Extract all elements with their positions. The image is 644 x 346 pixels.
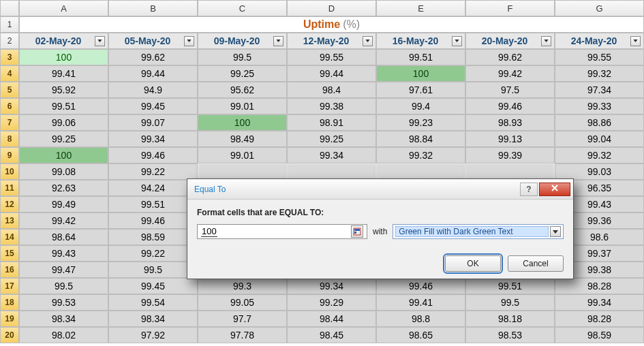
data-cell[interactable]: 98.59 — [555, 327, 644, 343]
filter-button[interactable] — [630, 36, 641, 46]
data-cell[interactable]: 99.46 — [108, 147, 198, 163]
data-cell[interactable]: 97.78 — [198, 327, 287, 343]
filter-button[interactable] — [452, 36, 462, 46]
data-cell[interactable]: 98.53 — [465, 327, 555, 343]
format-select[interactable]: Green Fill with Dark Green Text — [393, 224, 564, 239]
data-cell[interactable]: 99.41 — [19, 65, 108, 82]
data-cell[interactable]: 99.38 — [287, 98, 376, 114]
data-cell[interactable]: 100 — [376, 65, 465, 82]
data-cell[interactable]: 98.28 — [555, 278, 644, 294]
data-cell[interactable]: 97.92 — [108, 327, 198, 343]
data-cell[interactable]: 99.32 — [555, 147, 644, 163]
data-cell[interactable]: 99.22 — [108, 245, 198, 262]
data-cell[interactable]: 95.62 — [198, 82, 287, 98]
range-picker-button[interactable] — [351, 225, 363, 238]
row-header[interactable]: 2 — [0, 33, 19, 49]
row-header[interactable]: 12 — [0, 196, 19, 213]
data-cell[interactable]: 99.01 — [198, 98, 287, 114]
column-header[interactable]: E — [376, 0, 465, 16]
data-cell[interactable]: 97.61 — [376, 82, 465, 98]
help-button[interactable]: ? — [520, 183, 538, 196]
row-header[interactable]: 13 — [0, 213, 19, 229]
row-header[interactable]: 19 — [0, 311, 19, 327]
data-cell[interactable]: 99.45 — [108, 98, 198, 114]
row-header[interactable]: 5 — [0, 82, 19, 98]
ok-button[interactable]: OK — [445, 255, 501, 272]
data-cell[interactable]: 99.51 — [465, 278, 555, 294]
data-cell[interactable]: 98.28 — [555, 311, 644, 327]
column-header[interactable]: G — [555, 0, 644, 16]
data-cell[interactable]: 98.8 — [376, 311, 465, 327]
data-cell[interactable]: 99.29 — [287, 294, 376, 311]
data-cell[interactable]: 99.32 — [376, 147, 465, 163]
data-cell[interactable]: 98.4 — [287, 82, 376, 98]
data-cell[interactable]: 99.46 — [376, 278, 465, 294]
row-header[interactable]: 16 — [0, 262, 19, 278]
data-cell[interactable]: 99.01 — [198, 147, 287, 163]
data-cell[interactable]: 99.22 — [108, 163, 198, 180]
data-cell[interactable] — [376, 163, 465, 180]
data-cell[interactable]: 99.34 — [555, 294, 644, 311]
select-all-corner[interactable] — [0, 0, 19, 16]
data-cell[interactable]: 99.08 — [19, 163, 108, 180]
data-cell[interactable]: 98.49 — [198, 131, 287, 147]
column-header[interactable]: C — [198, 0, 287, 16]
data-cell[interactable]: 99.55 — [287, 49, 376, 65]
row-header[interactable]: 6 — [0, 98, 19, 114]
filter-button[interactable] — [273, 36, 283, 46]
filter-button[interactable] — [95, 36, 105, 46]
data-cell[interactable]: 99.23 — [376, 114, 465, 131]
column-header[interactable]: B — [108, 0, 198, 16]
data-cell[interactable]: 94.24 — [108, 180, 198, 196]
data-cell[interactable]: 99.32 — [555, 65, 644, 82]
data-cell[interactable]: 99.03 — [555, 163, 644, 180]
data-cell[interactable]: 99.44 — [108, 65, 198, 82]
data-cell[interactable]: 99.3 — [198, 278, 287, 294]
row-header[interactable]: 9 — [0, 147, 19, 163]
data-cell[interactable]: 99.33 — [555, 98, 644, 114]
data-cell[interactable]: 94.9 — [108, 82, 198, 98]
data-cell[interactable]: 99.13 — [465, 131, 555, 147]
data-cell[interactable]: 99.25 — [198, 65, 287, 82]
data-cell[interactable]: 100 — [19, 49, 108, 65]
data-cell[interactable]: 92.63 — [19, 180, 108, 196]
data-cell[interactable]: 98.59 — [108, 229, 198, 245]
data-cell[interactable]: 99.34 — [108, 131, 198, 147]
data-cell[interactable]: 99.51 — [19, 98, 108, 114]
data-cell[interactable]: 99.45 — [108, 278, 198, 294]
column-header[interactable]: F — [465, 0, 555, 16]
close-button[interactable] — [539, 183, 570, 196]
data-cell[interactable]: 97.34 — [555, 82, 644, 98]
data-cell[interactable]: 99.25 — [287, 131, 376, 147]
data-cell[interactable]: 98.64 — [19, 229, 108, 245]
column-header[interactable]: A — [19, 0, 108, 16]
data-cell[interactable]: 97.5 — [465, 82, 555, 98]
data-cell[interactable]: 99.51 — [376, 49, 465, 65]
data-cell[interactable]: 98.84 — [376, 131, 465, 147]
data-cell[interactable]: 99.47 — [19, 262, 108, 278]
cancel-button[interactable]: Cancel — [508, 255, 564, 272]
data-cell[interactable]: 99.41 — [376, 294, 465, 311]
filter-button[interactable] — [184, 36, 194, 46]
row-header[interactable]: 20 — [0, 327, 19, 343]
data-cell[interactable]: 99.46 — [465, 98, 555, 114]
data-cell[interactable]: 99.44 — [287, 65, 376, 82]
data-cell[interactable]: 99.43 — [19, 245, 108, 262]
data-cell[interactable]: 98.91 — [287, 114, 376, 131]
row-header[interactable]: 18 — [0, 294, 19, 311]
row-header[interactable]: 3 — [0, 49, 19, 65]
row-header[interactable]: 11 — [0, 180, 19, 196]
data-cell[interactable]: 99.54 — [108, 294, 198, 311]
data-cell[interactable] — [465, 163, 555, 180]
row-header[interactable]: 7 — [0, 114, 19, 131]
filter-button[interactable] — [541, 36, 551, 46]
data-cell[interactable]: 99.49 — [19, 196, 108, 213]
data-cell[interactable]: 99.62 — [108, 49, 198, 65]
data-cell[interactable]: 99.53 — [19, 294, 108, 311]
data-cell[interactable]: 98.18 — [465, 311, 555, 327]
data-cell[interactable]: 98.02 — [19, 327, 108, 343]
data-cell[interactable]: 99.34 — [287, 278, 376, 294]
data-cell[interactable]: 99.5 — [108, 262, 198, 278]
data-cell[interactable]: 99.42 — [19, 213, 108, 229]
column-header[interactable]: D — [287, 0, 376, 16]
